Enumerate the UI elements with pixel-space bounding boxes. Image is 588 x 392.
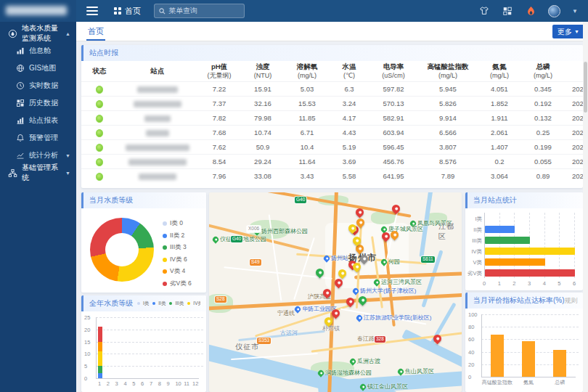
donut-legend: I类 0II类 2III类 3IV类 6V类 4劣V类 6 <box>163 219 192 288</box>
sidebar-item-label: 站点报表 <box>29 115 58 126</box>
x-tick-label: 5 <box>132 380 135 387</box>
panel-title-compliance-rate: 当月评价指标站点达标率(%) 规则 <box>465 293 583 309</box>
layout-icon[interactable] <box>502 5 513 17</box>
app-logo <box>0 0 76 22</box>
station-pin-green[interactable] <box>357 295 369 306</box>
legend-item: II类 2 <box>163 232 192 240</box>
sidebar-item-1[interactable]: GIS地图 <box>0 60 76 77</box>
sidebar-item-5[interactable]: 预警管理 <box>0 129 76 147</box>
menu-search-input[interactable]: 菜单查询 <box>154 4 245 18</box>
poi-label-text: 扬州站 <box>331 256 348 262</box>
y-tick-label: 60 <box>468 336 474 343</box>
station-name-redacted <box>144 115 171 122</box>
value-cell: 5.945 <box>418 82 478 97</box>
poi-pin-icon <box>380 258 388 266</box>
map-poi-label: 润扬湿地森林公园 <box>318 370 372 377</box>
value-cell: 7.68 <box>197 126 241 140</box>
logo-redacted <box>6 6 67 15</box>
flame-icon[interactable] <box>525 5 536 17</box>
value-cell: 597.82 <box>369 82 418 97</box>
sidebar: 地表水质量监测系统▲信息舱GIS地图实时数据历史数据站点报表预警管理统计分析▼基… <box>0 22 76 392</box>
road-badge: S28 <box>215 296 226 303</box>
x-tick-label: 4 <box>123 380 126 387</box>
legend-item: III类 <box>169 301 184 307</box>
table-row: 7.3732.1615.533.24570.135.8261.8520.1922… <box>81 97 588 111</box>
value-cell: 2.061 <box>478 126 521 140</box>
value-cell: 15.53 <box>285 97 330 111</box>
value-cell: 29.24 <box>241 155 285 169</box>
poi-label-text: 古运河 <box>280 330 298 337</box>
legend-label: I类 0 <box>170 219 183 228</box>
sidebar-item-4[interactable]: 站点报表 <box>0 112 76 129</box>
x-tick-label: 1 <box>98 380 101 387</box>
legend-item: IV类 <box>187 301 200 307</box>
sidebar-item-3[interactable]: 历史数据 <box>0 94 76 112</box>
value-cell: 4.43 <box>330 126 369 140</box>
x-tick-label: 3 <box>528 280 531 287</box>
gridline <box>96 354 203 354</box>
sidebar-group-1[interactable]: 基础管理系统▼ <box>0 164 76 181</box>
gridline <box>96 366 203 367</box>
value-cell: 1.407 <box>478 140 521 155</box>
value-cell: 1.911 <box>478 111 521 126</box>
legend-label: III类 3 <box>170 243 187 252</box>
road-badge: S611 <box>421 256 435 263</box>
y-tick-label: 10 <box>84 351 90 357</box>
monthly-grade-panel: 当月水质等级 I类 0II类 2III类 3IV类 6V类 4劣V类 6 <box>81 192 206 293</box>
sidebar-item-6[interactable]: 统计分析▼ <box>0 147 76 164</box>
value-cell: 5.826 <box>418 97 478 111</box>
poi-pin-icon <box>359 383 367 391</box>
user-avatar[interactable] <box>548 5 560 17</box>
gridline <box>96 317 203 318</box>
value-cell: 4.051 <box>478 82 521 97</box>
value-cell: 0.055 <box>521 155 565 169</box>
legend-label: IV类 6 <box>170 256 187 264</box>
column-header-4: 溶解氧(mg/L) <box>285 61 330 82</box>
legend-item: I类 <box>137 301 149 307</box>
x-tick-label: 5 <box>558 280 560 287</box>
legend-dot <box>163 234 167 238</box>
h-bar <box>485 248 575 255</box>
value-cell: 6.71 <box>285 126 330 140</box>
poi-pin-icon <box>211 236 219 244</box>
legend-item: 劣V类 6 <box>163 279 192 288</box>
poi-label-text: 仪征捺山地质公园 <box>220 237 266 243</box>
value-cell: 0.25 <box>521 126 565 140</box>
menu-toggle-icon[interactable] <box>86 7 98 15</box>
topbar-actions: ▼ <box>478 5 588 17</box>
value-cell: 7.62 <box>197 140 241 155</box>
station-map[interactable]: 扬州西部森林公园仪征捺山地质公园凤凰岛风景区唐子城风景区扬州站何园运河三湾风景区… <box>209 192 462 392</box>
value-cell: 0.132 <box>521 111 565 126</box>
status-normal-dot <box>96 158 103 166</box>
rules-link[interactable]: 规则 <box>565 296 578 306</box>
legend-item: I类 0 <box>163 219 192 228</box>
station-name-redacted <box>137 86 178 93</box>
y-tick-label: 20 <box>84 327 90 333</box>
value-cell: 0.199 <box>521 140 565 155</box>
sidebar-item-2[interactable]: 实时数据 <box>0 77 76 94</box>
nav-home-link[interactable]: 首页 <box>114 6 141 17</box>
sidebar-item-0[interactable]: 信息舱 <box>0 42 76 60</box>
poi-label-text: 扬州西部森林公园 <box>261 229 308 235</box>
road-badge: G40 <box>295 197 306 203</box>
theme-skin-icon[interactable] <box>478 5 490 17</box>
user-menu-chevron-down-icon[interactable]: ▼ <box>572 8 578 15</box>
page-scrollbar[interactable] <box>583 22 588 392</box>
status-cell <box>81 140 118 155</box>
poi-pin-icon <box>372 279 380 287</box>
monthly-station-panel: 当月站点统计 0123456I类II类III类IV类V类劣V类 <box>465 192 583 290</box>
legend-dot <box>163 221 167 226</box>
value-cell: 603.94 <box>369 126 418 140</box>
more-button[interactable]: 更多▼ <box>552 25 584 38</box>
poi-label-text: 瓜洲古渡 <box>357 359 380 365</box>
sidebar-group-0[interactable]: 地表水质量监测系统▲ <box>0 25 76 42</box>
sidebar-item-label: 实时数据 <box>29 81 58 91</box>
scrollbar-thumb[interactable] <box>584 62 587 113</box>
x-tick-label: 2 <box>107 380 110 387</box>
map-poi-label: 瓜洲古渡 <box>350 359 380 365</box>
legend-item: III类 3 <box>163 243 192 252</box>
tab-home[interactable]: 首页 <box>88 22 104 41</box>
y-cat-label: III类 <box>467 237 482 245</box>
value-cell: 5.03 <box>285 82 330 97</box>
value-cell: 0.345 <box>521 82 565 97</box>
